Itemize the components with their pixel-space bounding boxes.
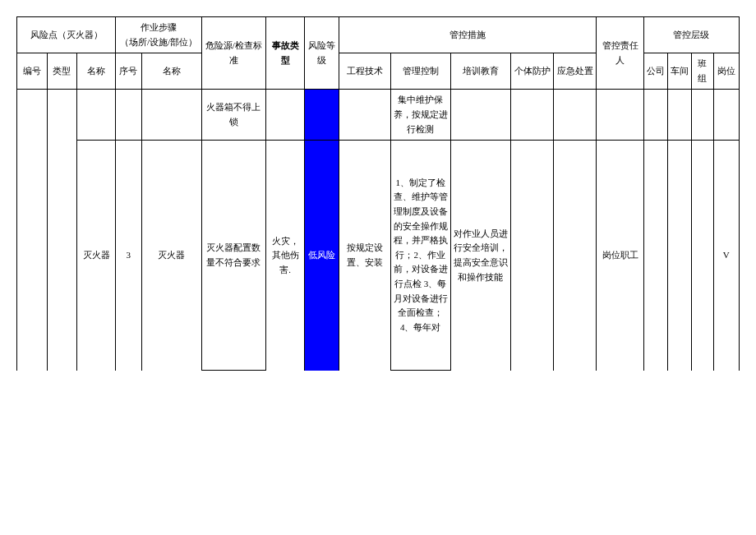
cell-seq [116, 90, 141, 141]
cell-step-name [141, 90, 201, 141]
th-team: 班组 [692, 53, 713, 90]
th-name: 名称 [77, 53, 116, 90]
cell-company [643, 90, 667, 141]
cell-risk-level: 低风险 [305, 141, 339, 371]
th-hazard: 危险源/检查标准 [201, 17, 265, 90]
cell-team [692, 90, 713, 141]
th-training: 培训教育 [450, 53, 510, 90]
cell-step-name: 灭火器 [141, 141, 201, 371]
cell-engineering [339, 90, 390, 141]
th-step-name: 名称 [141, 53, 201, 90]
cell-name: 灭火器 [77, 141, 116, 371]
cell-management: 1、制定了检查、维护等管理制度及设备的安全操作规程，并严格执行；2、作业前，对设… [390, 141, 450, 371]
th-company: 公司 [643, 53, 667, 90]
cell-responsible [597, 90, 643, 141]
cell-type [47, 90, 77, 371]
header-row-1: 风险点（灭火器） 作业步骤 （场所/设施/部位） 危险源/检查标准 事故类型 风… [17, 17, 740, 53]
th-workshop: 车间 [668, 53, 692, 90]
th-type: 类型 [47, 53, 77, 90]
th-seq: 序号 [116, 53, 141, 90]
th-emergency: 应急处置 [554, 53, 597, 90]
cell-workshop [668, 141, 692, 371]
cell-accident: 火灾，其他伤害. [266, 141, 305, 371]
cell-team [692, 141, 713, 371]
th-risk-point: 风险点（灭火器） [17, 17, 116, 53]
table-row: 火器箱不得上锁 集中维护保养，按规定进行检测 [17, 90, 740, 141]
th-position: 岗位 [713, 53, 739, 90]
cell-engineering: 按规定设置、安装 [339, 141, 390, 371]
cell-risk-level [305, 90, 339, 141]
risk-assessment-table: 风险点（灭火器） 作业步骤 （场所/设施/部位） 危险源/检查标准 事故类型 风… [16, 16, 740, 371]
cell-training: 对作业人员进行安全培训，提高安全意识和操作技能 [450, 141, 510, 371]
cell-training [450, 90, 510, 141]
cell-id [17, 90, 48, 371]
cell-accident [266, 90, 305, 141]
cell-position [713, 90, 739, 141]
cell-emergency [554, 141, 597, 371]
cell-company [643, 141, 667, 371]
table-row: 灭火器 3 灭火器 灭火器配置数量不符合要求 火灾，其他伤害. 低风险 按规定设… [17, 141, 740, 371]
th-risk-level: 风险等级 [305, 17, 339, 90]
cell-ppe [510, 90, 553, 141]
th-control-measures: 管控措施 [339, 17, 597, 53]
th-engineering: 工程技术 [339, 53, 390, 90]
th-work-step: 作业步骤 （场所/设施/部位） [116, 17, 202, 53]
cell-management: 集中维护保养，按规定进行检测 [390, 90, 450, 141]
th-id: 编号 [17, 53, 48, 90]
cell-seq: 3 [116, 141, 141, 371]
cell-ppe [510, 141, 553, 371]
cell-name [77, 90, 116, 141]
th-control-level: 管控层级 [643, 17, 739, 53]
cell-position: V [713, 141, 739, 371]
cell-hazard: 火器箱不得上锁 [201, 90, 265, 141]
cell-hazard: 灭火器配置数量不符合要求 [201, 141, 265, 371]
th-responsible: 管控责任人 [597, 17, 643, 90]
cell-workshop [668, 90, 692, 141]
cell-responsible: 岗位职工 [597, 141, 643, 371]
th-management: 管理控制 [390, 53, 450, 90]
th-accident: 事故类型 [266, 17, 305, 90]
cell-emergency [554, 90, 597, 141]
th-ppe: 个体防护 [510, 53, 553, 90]
